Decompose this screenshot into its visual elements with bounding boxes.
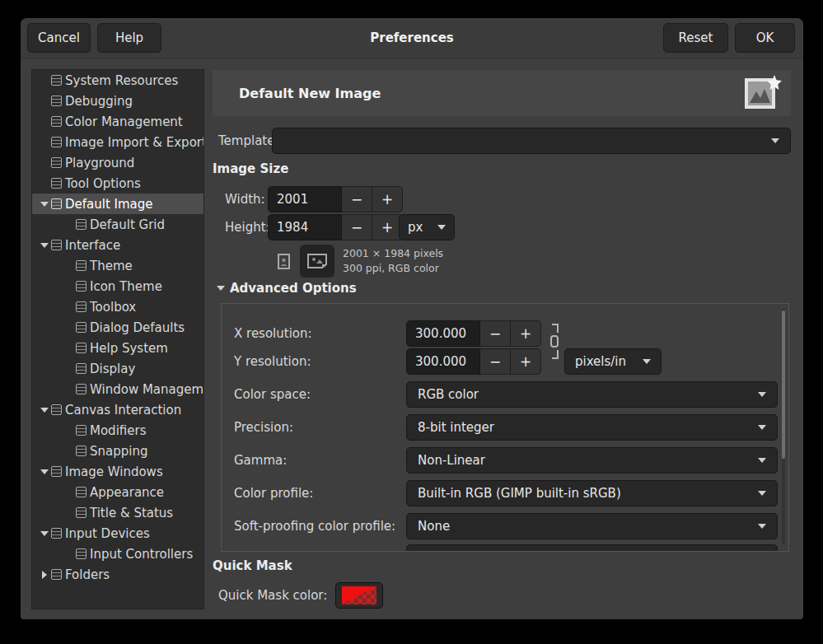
resolution-chain-link-icon[interactable] [546, 324, 559, 359]
template-row: Template: [218, 128, 279, 154]
precision-dropdown[interactable]: 8-bit integer [406, 414, 778, 441]
sidebar-item-image-windows[interactable]: Image Windows [32, 461, 203, 482]
advanced-panel-scrollbar[interactable] [782, 309, 785, 544]
sidebar-item-label: Display [90, 362, 135, 376]
reset-button[interactable]: Reset [663, 23, 728, 53]
width-label: Width: [225, 192, 265, 207]
height-label: Height: [225, 220, 270, 235]
chevron-down-icon [771, 138, 779, 143]
x-resolution-increment-button[interactable]: + [511, 320, 541, 347]
grid-icon [76, 219, 87, 230]
y-resolution-input[interactable]: 300.000 [406, 348, 480, 375]
sidebar-item-modifiers[interactable]: Modifiers [32, 420, 203, 441]
y-resolution-increment-button[interactable]: + [511, 348, 541, 375]
orientation-row: 2001 × 1984 pixels 300 ppi, RGB color [272, 244, 443, 278]
help-button[interactable]: Help [97, 23, 161, 53]
x-resolution-input[interactable]: 300.000 [406, 320, 480, 347]
clipped-next-dropdown[interactable] [406, 544, 778, 552]
sidebar-item-interface[interactable]: Interface [32, 235, 203, 255]
sidebar-item-color-management[interactable]: Color Management [32, 111, 203, 132]
sidebar-item-label: Icon Theme [90, 279, 162, 294]
y-resolution-decrement-button[interactable]: − [480, 348, 511, 375]
gamma-dropdown[interactable]: Non-Linear [406, 447, 778, 474]
sidebar-item-system-resources[interactable]: System Resources [32, 70, 203, 91]
color-profile-dropdown[interactable]: Built-in RGB (GIMP built-in sRGB) [406, 480, 778, 506]
toolbox-icon [76, 301, 87, 312]
height-input[interactable]: 1984 [268, 214, 342, 240]
expander-open-icon[interactable] [40, 469, 49, 474]
expander-closed-icon[interactable] [42, 571, 47, 579]
expander-open-icon[interactable] [40, 531, 49, 536]
x-resolution-spinner: 300.000 − + [406, 320, 541, 347]
expander-open-icon[interactable] [40, 243, 49, 248]
color-space-label-row: Color space: [234, 381, 311, 408]
sidebar-item-label: Folders [65, 567, 110, 582]
icon-theme-icon [76, 281, 87, 292]
sidebar-item-input-controllers[interactable]: Input Controllers [32, 544, 203, 564]
cpu-icon [51, 75, 62, 86]
sidebar-item-default-image[interactable]: Default Image [32, 194, 203, 214]
sidebar-item-default-grid[interactable]: Default Grid [32, 214, 203, 235]
height-spinner: 1984 − + [268, 214, 403, 240]
quick-mask-color-button[interactable] [335, 582, 383, 609]
sidebar-item-label: Dialog Defaults [90, 320, 185, 335]
soft-proofing-label-row: Soft-proofing color profile: [234, 513, 395, 539]
advanced-options-heading: Advanced Options [230, 281, 357, 296]
default-new-image-icon [743, 73, 783, 114]
size-unit-dropdown[interactable]: px [399, 214, 455, 240]
sidebar-item-image-import-export[interactable]: Image Import & Export [32, 132, 203, 152]
preferences-category-tree: System Resources Debugging Color Managem… [31, 69, 204, 609]
y-resolution-label-row: Y resolution: [234, 348, 311, 375]
template-combobox[interactable] [272, 128, 791, 154]
dialog-defaults-icon [76, 322, 87, 333]
sidebar-item-icon-theme[interactable]: Icon Theme [32, 276, 203, 296]
cancel-button[interactable]: Cancel [27, 23, 91, 53]
chevron-down-icon [758, 524, 766, 529]
sidebar-item-display[interactable]: Display [32, 358, 203, 379]
color-space-dropdown[interactable]: RGB color [406, 381, 778, 408]
sidebar-item-appearance[interactable]: Appearance [32, 482, 203, 502]
sidebar-item-canvas-interaction[interactable]: Canvas Interaction [32, 399, 203, 420]
height-decrement-button[interactable]: − [342, 214, 372, 240]
width-increment-button[interactable]: + [372, 186, 403, 212]
appearance-icon [76, 487, 87, 497]
sidebar-item-tool-options[interactable]: Tool Options [32, 173, 203, 194]
sidebar-item-snapping[interactable]: Snapping [32, 441, 203, 461]
sidebar-item-help-system[interactable]: Help System [32, 338, 203, 358]
sidebar-item-window-management[interactable]: Window Management [32, 379, 203, 399]
x-resolution-decrement-button[interactable]: − [480, 320, 511, 347]
size-summary-line2: 300 ppi, RGB color [343, 261, 443, 276]
sidebar-item-input-devices[interactable]: Input Devices [32, 523, 203, 544]
sidebar-item-debugging[interactable]: Debugging [32, 91, 203, 111]
sidebar-item-title-status[interactable]: Title & Status [32, 502, 203, 523]
size-summary-line1: 2001 × 1984 pixels [343, 246, 443, 261]
titlebar: Preferences Cancel Help Reset OK [21, 18, 803, 58]
expander-open-icon[interactable] [40, 408, 49, 413]
expander-open-icon[interactable] [40, 202, 49, 207]
chevron-down-icon [758, 491, 766, 496]
quick-mask-color-row: Quick Mask color: [218, 582, 383, 609]
quick-mask-heading: Quick Mask [213, 558, 292, 573]
chevron-down-icon [758, 392, 766, 397]
sidebar-item-toolbox[interactable]: Toolbox [32, 296, 203, 317]
width-decrement-button[interactable]: − [342, 186, 372, 212]
window-management-icon [76, 384, 87, 394]
scrollbar-thumb[interactable] [782, 310, 785, 459]
help-system-icon [76, 343, 87, 353]
resolution-unit-dropdown[interactable]: pixels/in [564, 348, 662, 375]
sidebar-item-folders[interactable]: Folders [32, 564, 203, 585]
sidebar-item-label: Image Windows [65, 464, 163, 479]
sidebar-item-label: System Resources [65, 73, 178, 88]
portrait-orientation-button[interactable] [272, 246, 295, 276]
tool-options-icon [51, 178, 62, 189]
advanced-options-expander[interactable]: Advanced Options [217, 280, 357, 296]
landscape-orientation-button[interactable] [300, 245, 334, 278]
width-input[interactable]: 2001 [268, 186, 342, 212]
sidebar-item-label: Appearance [90, 485, 164, 500]
soft-proofing-dropdown[interactable]: None [406, 513, 778, 539]
sidebar-item-playground[interactable]: Playground [32, 152, 203, 173]
chevron-down-icon [758, 425, 766, 430]
ok-button[interactable]: OK [735, 23, 795, 53]
sidebar-item-dialog-defaults[interactable]: Dialog Defaults [32, 317, 203, 338]
sidebar-item-theme[interactable]: Theme [32, 255, 203, 276]
